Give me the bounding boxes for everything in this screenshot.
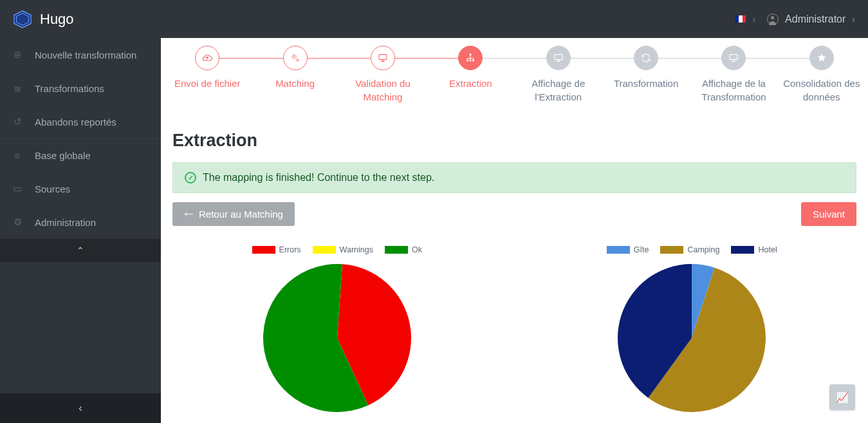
alert-text: The mapping is finished! Continue to the… [203, 172, 434, 183]
id-card-icon: ▭ [12, 183, 23, 194]
sidebar: ⊕ Nouvelle transformation ≣ Transformati… [0, 38, 161, 423]
legend-swatch [252, 246, 275, 254]
brand-block[interactable]: Hugo [13, 10, 74, 29]
legend-swatch [385, 246, 408, 254]
check-circle-icon: ✓ [185, 172, 196, 183]
step-label: Matching [251, 77, 338, 90]
svg-rect-9 [555, 55, 562, 60]
legend-item-errors[interactable]: Errors [252, 245, 301, 254]
history-icon: ↺ [12, 116, 23, 127]
step-envoi-de-fichier[interactable]: Envoi de fichier [163, 46, 251, 104]
legend-item-hotel[interactable]: Hotel [731, 245, 777, 254]
sidebar-item-abandons-reportés[interactable]: ↺ Abandons reportés [0, 105, 161, 138]
legend-item-warnings[interactable]: Warnings [313, 245, 373, 254]
sidebar-item-base-globale[interactable]: ≡ Base globale [0, 139, 161, 172]
sidebar-item-transformations[interactable]: ≣ Transformations [0, 71, 161, 105]
pie-chart [614, 261, 769, 415]
chevron-right-icon: › [752, 14, 755, 24]
step-extraction[interactable]: Extraction [427, 46, 514, 104]
legend-swatch [607, 246, 630, 254]
wizard-stepper: Envoi de fichier Matching Validation du … [161, 38, 868, 109]
legend-swatch [313, 246, 336, 254]
back-button-label: Retour au Matching [199, 209, 283, 220]
refresh-icon [634, 46, 658, 70]
sidebar-collapse-left[interactable]: ‹ [0, 393, 161, 423]
legend-label: Errors [279, 245, 301, 254]
chart-legend: GîteCampingHotel [528, 245, 857, 254]
flag-icon [735, 15, 746, 23]
svg-rect-7 [470, 60, 472, 62]
legend-item-ok[interactable]: Ok [385, 245, 422, 254]
pie-chart [260, 261, 414, 415]
step-label: Affichage de l'Extraction [515, 77, 602, 104]
user-label: Administrator [785, 14, 845, 25]
legend-item-camping[interactable]: Camping [660, 245, 719, 254]
chevron-right-icon: › [852, 14, 855, 24]
sidebar-item-sources[interactable]: ▭ Sources [0, 172, 161, 205]
sidebar-item-label: Sources [35, 183, 70, 194]
gear-icon: ⚙ [12, 216, 23, 228]
step-label: Consolidation des données [778, 77, 865, 104]
back-button[interactable]: 🡐 Retour au Matching [172, 202, 295, 226]
legend-item-gîte[interactable]: Gîte [607, 245, 649, 254]
legend-swatch [731, 246, 754, 254]
step-matching[interactable]: Matching [251, 46, 338, 104]
legend-label: Warnings [340, 245, 373, 254]
next-button[interactable]: Suivant [801, 202, 856, 226]
page-title: Extraction [172, 131, 856, 151]
step-transformation[interactable]: Transformation [602, 46, 690, 104]
svg-rect-10 [730, 55, 737, 60]
legend-label: Gîte [634, 245, 649, 254]
sidebar-item-label: Base globale [35, 150, 91, 161]
legend-label: Camping [687, 245, 719, 254]
next-button-label: Suivant [813, 209, 845, 220]
sidebar-collapse-up[interactable]: ⌃ [0, 239, 161, 262]
star-icon [809, 46, 834, 70]
chart-0: ErrorsWarningsOk [172, 245, 502, 415]
step-label: Envoi de fichier [163, 77, 251, 90]
sitemap-icon [458, 46, 483, 70]
language-switcher[interactable]: › [735, 14, 755, 24]
user-icon [767, 14, 779, 25]
step-consolidation-des-donn-es[interactable]: Consolidation des données [778, 46, 865, 104]
chevron-up-icon: ⌃ [77, 245, 84, 256]
sidebar-item-label: Transformations [35, 83, 104, 94]
legend-swatch [660, 246, 683, 254]
brand-name: Hugo [40, 11, 74, 28]
step-label: Transformation [602, 77, 690, 90]
step-validation-du-matching[interactable]: Validation du Matching [339, 46, 427, 104]
monitor-icon [721, 46, 746, 70]
scroll-to-top-button[interactable]: 📈 [829, 384, 855, 410]
svg-rect-5 [470, 53, 472, 55]
step-label: Extraction [427, 77, 514, 90]
monitor-icon [371, 46, 395, 70]
svg-rect-4 [379, 55, 387, 60]
sidebar-item-label: Nouvelle transformation [35, 50, 136, 61]
step-affichage-de-l-extraction[interactable]: Affichage de l'Extraction [515, 46, 602, 104]
monitor-icon [546, 46, 571, 70]
legend-label: Hotel [758, 245, 777, 254]
svg-rect-6 [466, 60, 468, 62]
user-menu[interactable]: Administrator › [767, 14, 855, 25]
svg-rect-8 [473, 60, 475, 62]
database-icon: ≡ [12, 150, 23, 161]
sidebar-item-nouvelle-transformation[interactable]: ⊕ Nouvelle transformation [0, 38, 161, 71]
sidebar-item-label: Administration [35, 217, 96, 228]
charts-row: ErrorsWarningsOk GîteCampingHotel [172, 245, 856, 415]
cogs-icon [283, 46, 308, 70]
app-header: Hugo › Administrator › [0, 0, 868, 38]
sidebar-item-label: Abandons reportés [35, 117, 116, 127]
step-label: Affichage de la Transformation [690, 77, 777, 104]
cloud-upload-icon [195, 46, 219, 70]
step-affichage-de-la-transformation[interactable]: Affichage de la Transformation [690, 46, 777, 104]
chart-line-icon: 📈 [836, 391, 849, 404]
svg-point-2 [293, 55, 295, 58]
app-logo-icon [13, 10, 32, 29]
sidebar-item-administration[interactable]: ⚙ Administration [0, 205, 161, 239]
chevron-left-icon: ‹ [78, 402, 82, 413]
success-alert: ✓ The mapping is finished! Continue to t… [172, 162, 856, 193]
plus-circle-icon: ⊕ [12, 49, 23, 61]
list-icon: ≣ [12, 82, 23, 94]
legend-label: Ok [412, 245, 422, 254]
svg-point-3 [296, 59, 298, 61]
